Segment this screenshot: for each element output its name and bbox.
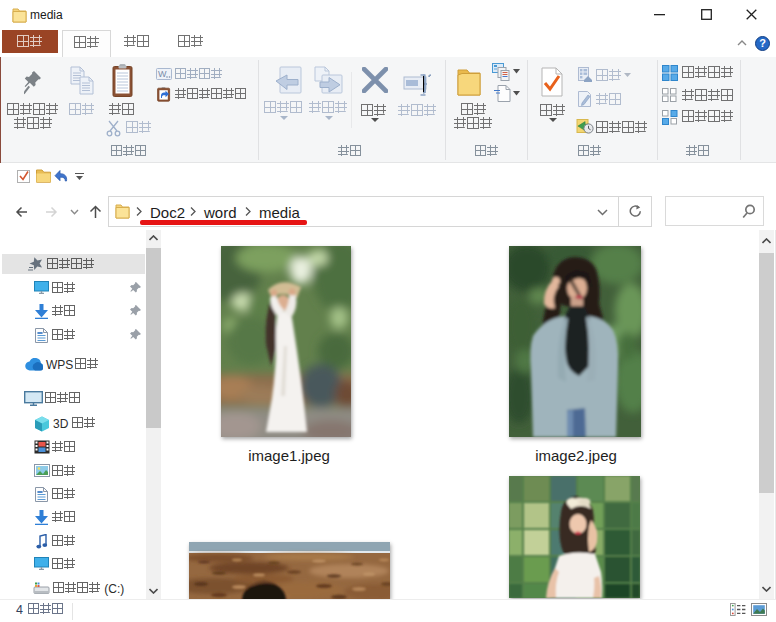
svg-text:W: W <box>158 69 167 79</box>
